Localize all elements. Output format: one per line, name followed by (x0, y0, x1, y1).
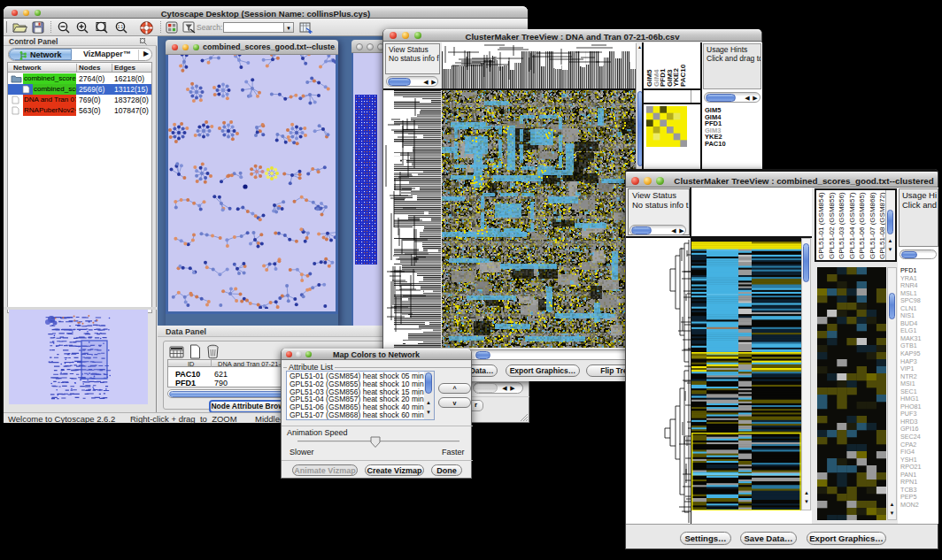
svg-text:GPL51-01 (GSM854): GPL51-01 (GSM854) (817, 192, 825, 259)
svg-text:GPL51-07 (GSM868): GPL51-07 (GSM868) (869, 192, 876, 259)
svg-text:GPL51-04 (GSM857): GPL51-04 (GSM857) (848, 192, 856, 259)
svg-text:1:1: 1:1 (118, 25, 124, 29)
svg-text:GPL51-08 (GSM872): GPL51-08 (GSM872) (878, 192, 885, 259)
svg-text:GPL51-02 (GSM855): GPL51-02 (GSM855) (828, 192, 836, 259)
svg-text:PAC10: PAC10 (679, 64, 687, 87)
svg-text:GPL51-06 (GSM865): GPL51-06 (GSM865) (858, 192, 866, 259)
svg-text:GPL51-03 (GSM856): GPL51-03 (GSM856) (838, 192, 845, 259)
